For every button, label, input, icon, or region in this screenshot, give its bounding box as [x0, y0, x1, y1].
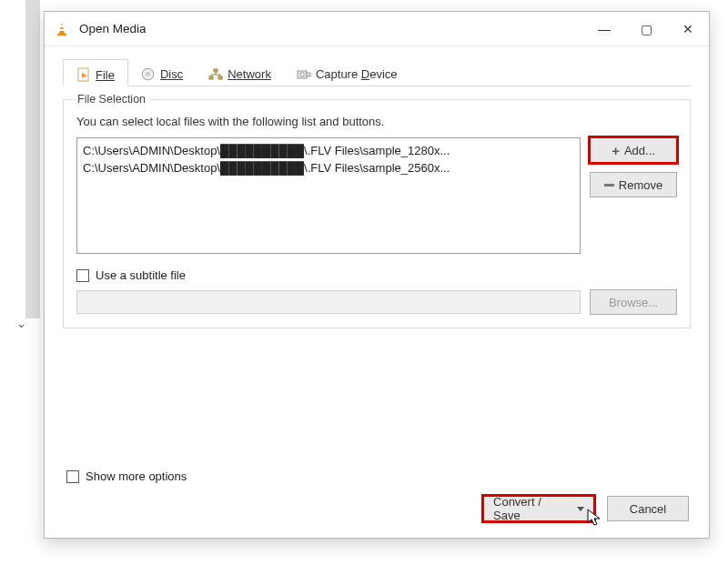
svg-rect-9: [209, 76, 213, 79]
cancel-label: Cancel: [630, 502, 666, 516]
svg-rect-13: [307, 73, 310, 76]
tab-file[interactable]: File: [63, 59, 128, 86]
subtitle-checkbox-row[interactable]: Use a subtitle file: [76, 268, 677, 282]
vlc-cone-icon: [54, 21, 70, 37]
tab-label: Capture Device: [316, 67, 398, 81]
tab-bar: File Disc Network Capture Device: [63, 59, 691, 86]
svg-rect-1: [60, 25, 64, 27]
svg-point-7: [147, 73, 149, 76]
capture-icon: [297, 67, 311, 82]
browse-button: Browse...: [590, 289, 677, 315]
dialog-content: File Disc Network Capture Device: [45, 46, 709, 338]
footer-buttons: Convert / Save Cancel: [483, 496, 689, 521]
file-list[interactable]: C:\Users\ADMIN\Desktop\██████████\.FLV F…: [76, 137, 581, 254]
svg-rect-8: [214, 69, 217, 72]
cancel-button[interactable]: Cancel: [607, 496, 689, 521]
subtitle-path-input: [76, 290, 581, 314]
svg-rect-2: [59, 29, 64, 31]
checkbox-icon[interactable]: [76, 269, 89, 282]
checkbox-icon[interactable]: [66, 470, 79, 483]
list-item[interactable]: C:\Users\ADMIN\Desktop\██████████\.FLV F…: [83, 159, 574, 177]
convert-save-button[interactable]: Convert / Save: [483, 496, 594, 521]
remove-button[interactable]: Remove: [590, 172, 677, 197]
maximize-button[interactable]: ▢: [625, 13, 667, 45]
plus-icon: +: [612, 144, 620, 157]
file-icon: [76, 67, 91, 82]
svg-rect-10: [218, 76, 222, 79]
browse-label: Browse...: [609, 296, 658, 309]
file-selection-helper: You can select local files with the foll…: [76, 115, 677, 128]
disc-icon: [141, 67, 156, 82]
titlebar: Open Media — ▢ ✕: [45, 12, 709, 46]
minimize-button[interactable]: —: [583, 13, 625, 45]
convert-save-label: Convert / Save: [493, 495, 567, 522]
show-more-options-row[interactable]: Show more options: [66, 469, 187, 483]
subtitle-checkbox-label: Use a subtitle file: [96, 268, 186, 282]
svg-point-12: [300, 73, 304, 76]
network-icon: [208, 67, 223, 82]
chevron-down-icon: ⌄: [16, 317, 26, 330]
add-button[interactable]: + Add...: [590, 137, 677, 163]
tab-disc[interactable]: Disc: [128, 59, 196, 86]
remove-label: Remove: [619, 178, 662, 192]
svg-marker-0: [59, 23, 65, 34]
tab-capture-device[interactable]: Capture Device: [284, 59, 410, 86]
dropdown-arrow-icon: [577, 507, 584, 511]
svg-rect-3: [57, 34, 66, 35]
show-more-options-label: Show more options: [86, 469, 187, 483]
tab-label: Disc: [160, 67, 183, 81]
window-title: Open Media: [79, 22, 147, 35]
parent-scrollbar[interactable]: [25, 0, 40, 318]
open-media-dialog: Open Media — ▢ ✕ File Disc: [44, 11, 710, 539]
add-label: Add...: [624, 144, 655, 157]
tab-label: File: [96, 68, 115, 82]
list-item[interactable]: C:\Users\ADMIN\Desktop\██████████\.FLV F…: [83, 142, 574, 159]
file-selection-group: File Selection You can select local file…: [63, 99, 691, 328]
file-selection-legend: File Selection: [73, 93, 150, 106]
tab-label: Network: [228, 67, 271, 81]
tab-network[interactable]: Network: [196, 59, 284, 86]
close-button[interactable]: ✕: [667, 13, 709, 45]
minus-icon: [604, 184, 614, 187]
